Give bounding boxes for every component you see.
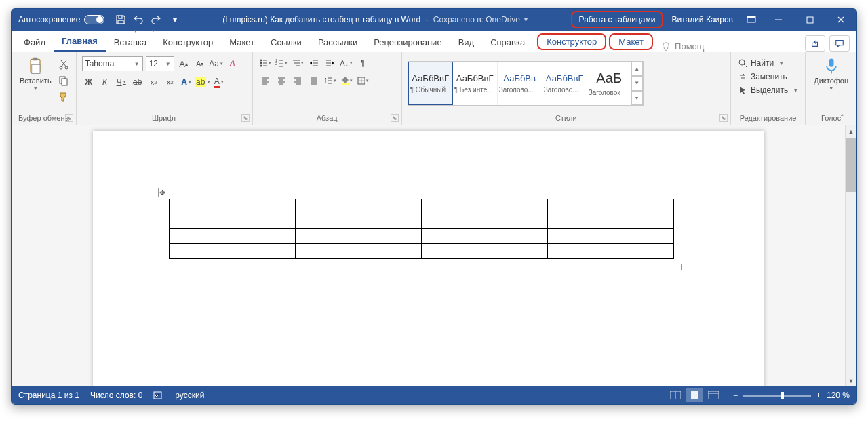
tab-review[interactable]: Рецензирование xyxy=(366,33,450,52)
style-heading2[interactable]: АаБбВвГЗаголово... xyxy=(542,62,587,105)
dialog-launcher-icon[interactable]: ⬊ xyxy=(65,114,73,122)
increase-indent-button[interactable] xyxy=(323,56,337,70)
qat-customize-icon[interactable]: ▾ xyxy=(168,13,182,26)
styles-gallery[interactable]: АаБбВвГ¶ Обычный АаБбВвГ¶ Без инте... Аа… xyxy=(408,61,644,106)
redo-icon[interactable] xyxy=(151,14,161,25)
clear-formatting-button[interactable]: A xyxy=(226,57,239,71)
dialog-launcher-icon[interactable]: ⬊ xyxy=(241,114,250,122)
tell-me-search[interactable]: Помощ xyxy=(654,41,711,52)
ribbon-display-options-icon[interactable] xyxy=(740,9,763,31)
style-no-spacing[interactable]: АаБбВвГ¶ Без инте... xyxy=(453,62,498,105)
comments-button[interactable] xyxy=(829,35,850,52)
page-indicator[interactable]: Страница 1 из 1 xyxy=(18,390,79,400)
shrink-font-button[interactable]: A▾ xyxy=(193,57,207,71)
dialog-launcher-icon[interactable]: ⬊ xyxy=(391,114,399,122)
web-layout-button[interactable] xyxy=(705,388,722,402)
highlight-button[interactable]: ab xyxy=(196,75,210,89)
saved-location[interactable]: Сохранено в: OneDrive xyxy=(433,15,520,24)
select-button[interactable]: Выделить▼ xyxy=(736,85,800,96)
read-mode-button[interactable] xyxy=(667,388,684,402)
text-effects-button[interactable]: A xyxy=(180,75,193,89)
print-layout-button[interactable] xyxy=(686,388,703,402)
bullets-button[interactable] xyxy=(258,56,272,70)
subscript-button[interactable]: x2 xyxy=(147,75,161,89)
tab-file[interactable]: Файл xyxy=(16,33,54,52)
word-count[interactable]: Число слов: 0 xyxy=(90,390,142,400)
replace-button[interactable]: Заменить xyxy=(736,71,789,82)
vertical-scrollbar[interactable]: ▲ ▼ xyxy=(845,125,856,386)
paste-button[interactable]: Вставить ▼ xyxy=(17,55,54,92)
collapse-ribbon-icon[interactable]: ˄ xyxy=(840,113,844,122)
language-indicator[interactable]: русский xyxy=(175,390,204,400)
table-tools-contextual-tab[interactable]: Работа с таблицами xyxy=(571,11,664,28)
tab-table-design[interactable]: Конструктор xyxy=(537,33,606,50)
underline-button[interactable]: Ч xyxy=(115,75,128,89)
borders-button[interactable] xyxy=(356,74,370,87)
zoom-level[interactable]: 120 % xyxy=(827,390,850,400)
font-color-button[interactable]: A xyxy=(212,75,226,89)
table-move-handle-icon[interactable]: ✥ xyxy=(158,188,167,197)
bold-button[interactable]: Ж xyxy=(82,75,96,89)
tab-help[interactable]: Справка xyxy=(482,33,533,52)
sort-button[interactable]: A↓ xyxy=(340,56,353,70)
align-right-button[interactable] xyxy=(291,74,304,87)
undo-icon[interactable] xyxy=(133,14,144,25)
table-row[interactable] xyxy=(169,229,673,244)
tab-mailings[interactable]: Рассылки xyxy=(310,33,366,52)
font-size-combo[interactable]: 12▼ xyxy=(146,56,174,71)
italic-button[interactable]: К xyxy=(98,75,112,89)
tab-view[interactable]: Вид xyxy=(450,33,483,52)
style-title[interactable]: АаБЗаголовок xyxy=(587,62,632,105)
share-button[interactable] xyxy=(805,35,825,52)
scroll-up-icon[interactable]: ▲ xyxy=(631,62,643,76)
save-icon[interactable] xyxy=(115,14,126,25)
tab-table-layout[interactable]: Макет xyxy=(609,33,653,50)
style-normal[interactable]: АаБбВвГ¶ Обычный xyxy=(408,62,453,105)
scroll-up-icon[interactable]: ▲ xyxy=(846,125,856,137)
zoom-out-button[interactable]: − xyxy=(733,390,738,400)
scroll-down-icon[interactable]: ▼ xyxy=(846,375,856,386)
dictate-button[interactable]: Диктофон ▼ xyxy=(811,55,851,92)
maximize-button[interactable] xyxy=(794,9,825,31)
tab-layout[interactable]: Макет xyxy=(221,33,262,52)
table-resize-handle-icon[interactable] xyxy=(675,264,682,270)
tab-home[interactable]: Главная xyxy=(54,32,106,52)
find-button[interactable]: Найти▼ xyxy=(736,58,785,68)
grow-font-button[interactable]: A▴ xyxy=(177,57,191,71)
zoom-in-button[interactable]: + xyxy=(816,390,821,400)
decrease-indent-button[interactable] xyxy=(307,56,321,70)
table-row[interactable] xyxy=(169,214,673,229)
gallery-expand-icon[interactable]: ▾ xyxy=(631,91,643,105)
tab-design[interactable]: Конструктор xyxy=(155,33,221,52)
autosave-toggle[interactable]: Автосохранение xyxy=(18,15,104,24)
copy-button[interactable] xyxy=(57,74,71,87)
style-heading1[interactable]: АаБбВвЗаголово... xyxy=(498,62,542,105)
line-spacing-button[interactable] xyxy=(323,74,337,87)
page[interactable]: ✥ xyxy=(93,131,764,386)
scrollbar-thumb[interactable] xyxy=(846,138,856,192)
strikethrough-button[interactable]: ab xyxy=(131,75,144,89)
change-case-button[interactable]: Aa xyxy=(210,57,223,71)
tab-insert[interactable]: Вставка xyxy=(106,33,155,52)
justify-button[interactable] xyxy=(307,74,321,87)
tab-references[interactable]: Ссылки xyxy=(262,33,310,52)
zoom-control[interactable]: − + 120 % xyxy=(733,390,850,400)
dialog-launcher-icon[interactable]: ⬊ xyxy=(719,114,728,122)
font-name-combo[interactable]: Tahoma▼ xyxy=(82,56,143,71)
gallery-scroll[interactable]: ▲▼▾ xyxy=(632,62,643,105)
show-marks-button[interactable]: ¶ xyxy=(356,56,370,70)
user-name[interactable]: Виталий Каиров xyxy=(665,15,740,24)
format-painter-button[interactable] xyxy=(57,90,71,104)
numbering-button[interactable]: 12 xyxy=(275,56,288,70)
align-center-button[interactable] xyxy=(275,74,288,87)
shading-button[interactable] xyxy=(340,74,353,87)
document-table[interactable] xyxy=(169,199,674,259)
superscript-button[interactable]: x2 xyxy=(163,75,177,89)
cut-button[interactable] xyxy=(57,58,71,71)
multilevel-list-button[interactable] xyxy=(291,56,304,70)
spellcheck-icon[interactable] xyxy=(153,390,164,401)
align-left-button[interactable] xyxy=(258,74,272,87)
scroll-down-icon[interactable]: ▼ xyxy=(631,76,643,90)
minimize-button[interactable] xyxy=(763,9,794,31)
zoom-slider[interactable] xyxy=(743,395,811,397)
